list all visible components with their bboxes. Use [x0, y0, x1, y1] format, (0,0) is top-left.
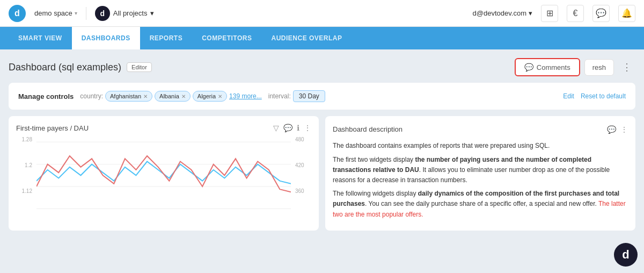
- chart-widget: First-time payers / DAU ▽ 💬 ℹ ⋮ 1.28 1.2…: [9, 116, 319, 231]
- interval-label: interval:: [268, 92, 291, 100]
- project-selector[interactable]: d All projects ▾: [95, 6, 155, 21]
- user-email-text: d@devtodev.com: [473, 9, 526, 17]
- desc-para-2: The first two widgets display the number…: [333, 155, 628, 186]
- tag-albania-text: Albania: [159, 93, 179, 99]
- main-nav: SMART VIEW DASHBOARDS REPORTS COMPETITOR…: [0, 27, 644, 49]
- topbar: d demo space ▾ d All projects ▾ d@devtod…: [0, 0, 644, 27]
- nav-reports[interactable]: REPORTS: [140, 27, 193, 49]
- bottom-logo: d: [614, 243, 638, 267]
- app-logo: d: [9, 5, 26, 22]
- nav-dashboards[interactable]: DASHBOARDS: [72, 27, 140, 49]
- project-logo: d: [95, 6, 110, 21]
- country-label: country:: [80, 92, 103, 100]
- page-title: Dashboard (sql examples): [9, 62, 121, 73]
- desc-para-1: The dashboard contains examples of repor…: [333, 141, 628, 151]
- y-label-3: 1.12: [22, 188, 32, 194]
- desc-widget: Dashboard description 💬 ⋮ The dashboard …: [325, 116, 635, 231]
- controls-reset-link[interactable]: Reset to default: [581, 92, 626, 100]
- desc-kebab-icon[interactable]: ⋮: [620, 124, 628, 135]
- header-actions: 💬 Comments resh ⋮: [515, 58, 635, 76]
- chart-area: 1.28 1.2 1.12 1.c: [16, 136, 311, 220]
- desc-widget-actions: 💬 ⋮: [607, 124, 628, 135]
- topbar-divider: [86, 7, 86, 20]
- euro-icon[interactable]: €: [567, 5, 584, 22]
- dashboard-grid: First-time payers / DAU ▽ 💬 ℹ ⋮ 1.28 1.2…: [9, 116, 635, 231]
- chart-canvas: [36, 136, 291, 220]
- topbar-right: d@devtodev.com ▾ ⊞ € 💬 🔔: [473, 5, 635, 22]
- controls-panel: Manage controls country: Afghanistan ✕ A…: [9, 83, 635, 110]
- desc-widget-title: Dashboard description: [333, 124, 402, 135]
- more-tags-link[interactable]: 139 more...: [229, 92, 262, 100]
- nav-audience-overlap[interactable]: AUDIENCE OVERLAP: [262, 27, 352, 49]
- y-right-label-2: 420: [295, 162, 304, 168]
- page-header: Dashboard (sql examples) Editor 💬 Commen…: [9, 58, 635, 76]
- bookmark-icon[interactable]: ⊞: [541, 5, 558, 22]
- page-title-area: Dashboard (sql examples) Editor: [9, 62, 152, 73]
- interval-tag[interactable]: 30 Day: [293, 90, 325, 102]
- workspace-chevron-icon: ▾: [75, 10, 77, 16]
- desc-chat-icon[interactable]: 💬: [607, 124, 616, 135]
- refresh-button[interactable]: resh: [584, 59, 614, 76]
- nav-competitors[interactable]: COMPETITORS: [192, 27, 261, 49]
- controls-right: Edit Reset to default: [563, 92, 626, 100]
- chat-icon[interactable]: 💬: [283, 124, 292, 132]
- chart-widget-header: First-time payers / DAU ▽ 💬 ℹ ⋮: [16, 124, 311, 132]
- chart-widget-title: First-time payers / DAU: [16, 124, 89, 132]
- project-chevron-icon: ▾: [150, 9, 154, 17]
- y-label-2: 1.2: [25, 162, 32, 168]
- y-axis-left: 1.28 1.2 1.12 1.c: [16, 136, 32, 220]
- filter-icon[interactable]: ▽: [273, 124, 279, 132]
- tag-algeria-text: Algeria: [197, 93, 216, 99]
- desc-text: The dashboard contains examples of repor…: [333, 141, 628, 219]
- tag-afghanistan[interactable]: Afghanistan ✕: [105, 91, 152, 102]
- notifications-icon[interactable]: 🔔: [618, 5, 635, 22]
- nav-smart-view[interactable]: SMART VIEW: [9, 27, 72, 49]
- controls-title: Manage controls: [18, 92, 74, 100]
- y-right-label-1: 480: [295, 136, 304, 142]
- tag-albania-close-icon[interactable]: ✕: [181, 94, 186, 99]
- messages-icon[interactable]: 💬: [592, 5, 610, 22]
- desc-widget-header: Dashboard description 💬 ⋮: [333, 124, 628, 135]
- chart-kebab-icon[interactable]: ⋮: [304, 124, 311, 132]
- editor-badge: Editor: [127, 62, 152, 72]
- y-right-label-3: 360: [295, 188, 304, 194]
- tag-algeria-close-icon[interactable]: ✕: [218, 94, 222, 99]
- info-icon[interactable]: ℹ: [297, 124, 299, 132]
- desc-para-3: The following widgets display daily dyna…: [333, 189, 628, 220]
- comments-button[interactable]: 💬 Comments: [515, 58, 580, 76]
- comment-icon: 💬: [524, 63, 533, 71]
- user-email-selector[interactable]: d@devtodev.com ▾: [473, 9, 532, 17]
- chart-widget-actions: ▽ 💬 ℹ ⋮: [273, 124, 311, 132]
- comments-label: Comments: [537, 63, 570, 71]
- controls-row: country: Afghanistan ✕ Albania ✕ Algeria…: [80, 90, 325, 102]
- y-label-1: 1.28: [22, 136, 32, 142]
- kebab-menu-button[interactable]: ⋮: [618, 59, 635, 76]
- main-content: Dashboard (sql examples) Editor 💬 Commen…: [0, 49, 644, 239]
- chart-svg: [36, 136, 291, 220]
- tag-algeria[interactable]: Algeria ✕: [193, 91, 227, 102]
- user-chevron-icon: ▾: [529, 9, 532, 17]
- workspace-selector[interactable]: demo space ▾: [34, 9, 77, 17]
- tag-afghanistan-text: Afghanistan: [110, 93, 141, 99]
- project-name: All projects: [113, 9, 148, 17]
- y-axis-right: 480 420 360 300: [295, 136, 311, 220]
- controls-left: Manage controls country: Afghanistan ✕ A…: [18, 90, 325, 102]
- tag-albania[interactable]: Albania ✕: [155, 91, 191, 102]
- workspace-name: demo space: [34, 9, 72, 17]
- controls-edit-link[interactable]: Edit: [563, 92, 574, 100]
- tag-afghanistan-close-icon[interactable]: ✕: [143, 94, 148, 99]
